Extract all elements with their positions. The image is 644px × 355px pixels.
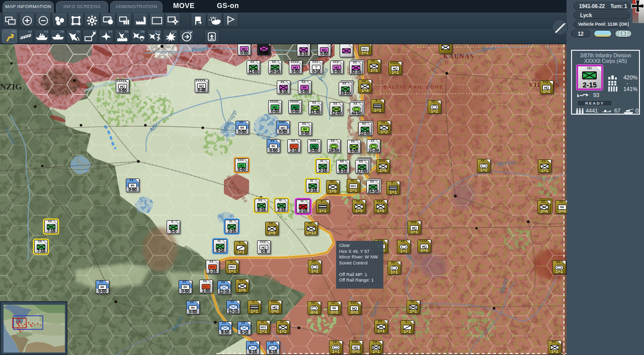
svg-text:NZIG: NZIG bbox=[0, 82, 22, 92]
svg-text:KAUNAS: KAUNAS bbox=[443, 53, 474, 60]
svg-text:Neris: Neris bbox=[480, 44, 496, 53]
svg-text:BALTIC RAIL ZONE: BALTIC RAIL ZONE bbox=[383, 84, 444, 90]
